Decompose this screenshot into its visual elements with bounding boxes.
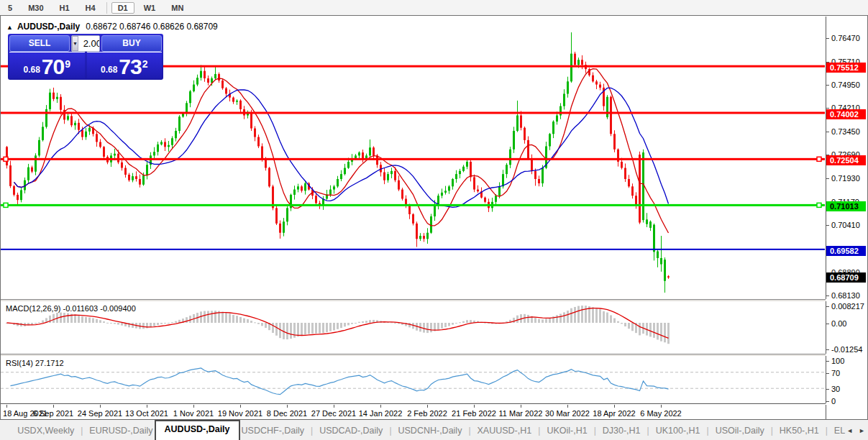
timeframe-button-mn[interactable]: MN bbox=[165, 2, 190, 14]
axis-label: 70 bbox=[831, 369, 840, 377]
timeframe-button-5[interactable]: 5 bbox=[1, 2, 19, 14]
buy-price-pip: 2 bbox=[142, 60, 148, 68]
sell-button[interactable]: SELL bbox=[9, 35, 70, 52]
axis-label bbox=[826, 373, 829, 374]
date-label: 24 Sep 2021 bbox=[78, 409, 122, 418]
current-price-badge: 0.68709 bbox=[826, 272, 866, 283]
axis-label bbox=[826, 85, 829, 86]
axis-label: 30 bbox=[831, 385, 840, 393]
chart-tab-dj30-h1[interactable]: DJ30-,H1 bbox=[601, 426, 642, 436]
tab-separator: | bbox=[594, 426, 596, 436]
date-label: 18 Apr 2022 bbox=[593, 409, 635, 418]
chart-tab-xauusd-h1[interactable]: XAUUSD-,H1 bbox=[476, 426, 534, 436]
timeframe-button-w1[interactable]: W1 bbox=[137, 2, 163, 14]
axis-label bbox=[826, 389, 829, 390]
buy-price-prefix: 0.68 bbox=[101, 63, 117, 77]
chart-tab-audusd-daily[interactable]: AUDUSD-,Daily bbox=[155, 420, 240, 440]
axis-label: 0.008217 bbox=[831, 302, 864, 311]
date-label: 14 Jan 2022 bbox=[359, 409, 403, 418]
date-tick bbox=[614, 405, 615, 408]
timeframe-button-h4[interactable]: H4 bbox=[79, 2, 102, 14]
tab-separator: | bbox=[707, 426, 709, 436]
date-tick bbox=[100, 405, 101, 408]
axis-label bbox=[826, 361, 829, 362]
collapse-panel-icon[interactable]: ▲ bbox=[6, 24, 13, 31]
price-level-badge: 0.71013 bbox=[826, 201, 866, 211]
timeframe-button-h1[interactable]: H1 bbox=[53, 2, 76, 14]
buy-price-main: 73 bbox=[119, 57, 141, 77]
mt4-terminal: 5M30H1H4D1W1MN ▲AUDUSD-,Daily0.68672 0.6… bbox=[0, 0, 868, 440]
tab-separator: | bbox=[311, 426, 313, 436]
date-tick bbox=[6, 405, 7, 408]
axis-label bbox=[826, 306, 829, 307]
date-tick bbox=[193, 405, 194, 408]
date-axis[interactable]: 18 Aug 20216 Sep 202124 Sep 202113 Oct 2… bbox=[1, 405, 826, 420]
date-tick bbox=[240, 405, 241, 408]
toolbar-separator bbox=[106, 2, 107, 14]
volume-decrease-button[interactable]: ▼ bbox=[72, 36, 78, 51]
chart-tab-usdcad-daily[interactable]: USDCAD-,Daily bbox=[318, 426, 384, 436]
date-tick bbox=[567, 405, 568, 408]
chart-tab-eurusd-daily[interactable]: EURUSD-,Daily bbox=[88, 426, 154, 436]
tab-separator: | bbox=[389, 426, 391, 436]
rsi-label: RSI(14) 27.1712 bbox=[6, 359, 64, 367]
date-label: 8 Dec 2021 bbox=[267, 409, 307, 418]
axis-label bbox=[826, 225, 829, 226]
one-click-trading-panel: SELL ▼ ▲ BUY 0.68 70 9 0.68 bbox=[8, 34, 163, 80]
chart-title: ▲AUDUSD-,Daily0.68672 0.68746 0.68626 0.… bbox=[6, 22, 218, 32]
sell-price-pip: 9 bbox=[65, 60, 70, 68]
axis-label: 0.70410 bbox=[831, 221, 860, 229]
buy-button[interactable]: BUY bbox=[101, 35, 162, 52]
tab-scroll-left-icon[interactable]: ◄ bbox=[846, 427, 853, 434]
chart-tab-usdcnh-daily[interactable]: USDCNH-,Daily bbox=[397, 426, 464, 436]
pane-divider bbox=[1, 403, 826, 404]
chart-tab-usdx-weekly[interactable]: USDX,Weekly bbox=[16, 426, 76, 436]
chart-tab-overflow[interactable]: EL bbox=[833, 426, 846, 436]
date-label: 13 Oct 2021 bbox=[125, 409, 168, 418]
macd-indicator-pane[interactable]: MACD(12,26,9) -0.011603 -0.009400 bbox=[1, 301, 826, 354]
date-label: 2 Feb 2022 bbox=[407, 409, 447, 418]
axis-label: 0.74950 bbox=[831, 81, 860, 89]
chart-symbol-label: AUDUSD-,Daily bbox=[17, 22, 80, 32]
tab-scroll-right-icon[interactable]: ► bbox=[859, 427, 865, 434]
chart-tab-hk50-h1[interactable]: HK50-,H1 bbox=[778, 426, 821, 436]
chart-tab-usoil-daily[interactable]: USOil-,Daily bbox=[714, 426, 766, 436]
volume-input[interactable] bbox=[78, 36, 100, 51]
date-tick bbox=[427, 405, 428, 408]
date-tick bbox=[147, 405, 147, 408]
axis-label bbox=[826, 132, 829, 132]
date-label: 11 Mar 2022 bbox=[499, 409, 543, 418]
tab-separator: | bbox=[468, 426, 470, 436]
sell-price-main: 70 bbox=[42, 57, 64, 77]
sell-price-display[interactable]: 0.68 70 9 bbox=[9, 52, 85, 78]
buy-price-display[interactable]: 0.68 73 2 bbox=[87, 52, 163, 78]
rsi-canvas[interactable] bbox=[1, 356, 825, 403]
date-label: 30 Mar 2022 bbox=[545, 409, 590, 418]
chart-tab-uk100-h1[interactable]: UK100-,H1 bbox=[654, 426, 702, 436]
chart-tab-usdchf-daily[interactable]: USDCHF-,Daily bbox=[240, 426, 306, 436]
date-tick bbox=[474, 405, 475, 408]
axis-label: 0.68130 bbox=[831, 291, 860, 300]
axis-label: 0.76470 bbox=[831, 34, 860, 42]
price-axis[interactable]: 0.764700.757100.749500.742100.734500.726… bbox=[826, 17, 867, 420]
rsi-indicator-pane[interactable]: RSI(14) 27.1712 bbox=[1, 356, 826, 403]
date-label: 21 Feb 2022 bbox=[452, 409, 496, 418]
axis-label: 100 bbox=[831, 357, 844, 365]
axis-label bbox=[826, 38, 829, 39]
date-tick bbox=[334, 405, 334, 408]
axis-label: 0.71930 bbox=[831, 174, 860, 183]
axis-label bbox=[826, 324, 829, 324]
axis-label: 0.00 bbox=[831, 319, 846, 328]
date-tick bbox=[380, 405, 381, 408]
timeframe-button-m30[interactable]: M30 bbox=[22, 2, 50, 14]
volume-stepper: ▼ ▲ bbox=[71, 35, 100, 52]
price-level-badge: 0.69582 bbox=[826, 246, 866, 256]
chart-window: ▲AUDUSD-,Daily0.68672 0.68746 0.68626 0.… bbox=[0, 15, 868, 421]
date-tick bbox=[287, 405, 288, 408]
timeframe-button-d1[interactable]: D1 bbox=[111, 2, 134, 14]
date-label: 6 May 2022 bbox=[640, 409, 681, 418]
chart-tab-ukoil-h1[interactable]: UKOil-,H1 bbox=[545, 426, 588, 436]
price-chart-pane[interactable]: ▲AUDUSD-,Daily0.68672 0.68746 0.68626 0.… bbox=[1, 17, 826, 299]
price-level-badge: 0.74002 bbox=[826, 109, 866, 119]
axis-label bbox=[826, 108, 829, 109]
